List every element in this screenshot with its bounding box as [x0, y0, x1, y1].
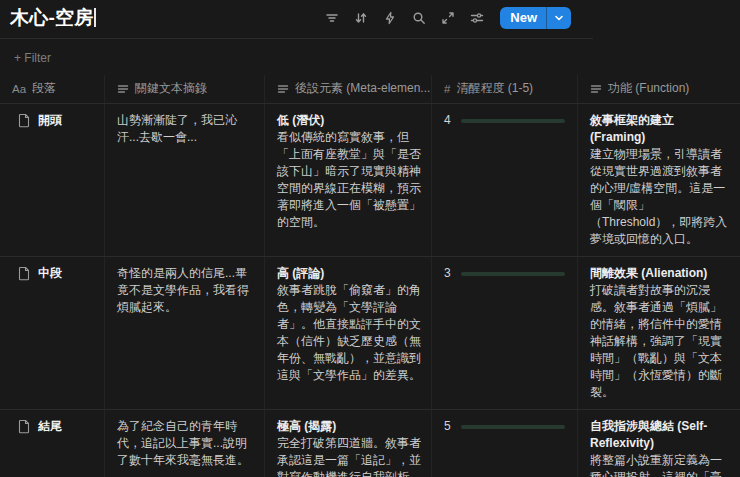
clarity-value: 3: [444, 265, 451, 282]
cell-text: 山勢漸漸陡了，我已沁汗...去歇一會...: [117, 113, 237, 144]
function-body: 建立物理場景，引導讀者從現實世界過渡到敘事者的心理/虛構空間。這是一個「閾限」（…: [590, 147, 727, 246]
title-property-icon: Aa: [12, 83, 26, 95]
cell-meta-element[interactable]: 高 (評論) 敘事者跳脫「偷窺者」的角色，轉變為「文學評論者」。他直接點評手中的…: [265, 257, 432, 409]
cell-excerpt[interactable]: 奇怪的是兩人的信尾...畢竟不是文學作品，我看得煩膩起來。: [105, 257, 265, 409]
table-row: 結尾 為了紀念自己的青年時代，追記以上事實...說明了數十年來我毫無長進。 極高…: [0, 410, 740, 477]
text-cursor: [94, 8, 96, 27]
notion-database-page: 木心-空房 New: [0, 0, 740, 477]
cell-excerpt[interactable]: 為了紀念自己的青年時代，追記以上事實...說明了數十年來我毫無長進。: [105, 410, 265, 477]
column-header-paragraph[interactable]: Aa 段落: [0, 75, 105, 103]
column-header-clarity[interactable]: # 清醒程度 (1-5): [432, 75, 578, 103]
number-property-icon: #: [444, 83, 450, 95]
row-title[interactable]: 結尾: [38, 418, 62, 477]
page-icon: [17, 113, 31, 128]
new-button[interactable]: New: [500, 7, 571, 29]
new-button-label[interactable]: New: [500, 7, 546, 29]
cell-excerpt[interactable]: 山勢漸漸陡了，我已沁汗...去歇一會...: [105, 104, 265, 256]
page-title[interactable]: 木心-空房: [10, 5, 96, 31]
new-dropdown-button[interactable]: [547, 7, 571, 29]
cell-paragraph[interactable]: 開頭: [0, 104, 105, 256]
clarity-value: 5: [444, 418, 451, 435]
column-label: 清醒程度 (1-5): [456, 80, 533, 97]
lightning-icon[interactable]: [379, 7, 401, 29]
column-header-function[interactable]: 功能 (Function): [578, 75, 740, 103]
meta-body: 看似傳統的寫實敘事，但「上面有座教堂」與「是否該下山」暗示了現實與精神空間的界線…: [277, 130, 421, 229]
search-icon[interactable]: [408, 7, 430, 29]
function-title: 間離效果 (Alienation): [590, 265, 731, 282]
add-filter-label[interactable]: + Filter: [14, 51, 51, 65]
function-title: 敘事框架的建立 (Framing): [590, 112, 731, 146]
cell-paragraph[interactable]: 中段: [0, 257, 105, 409]
cell-paragraph[interactable]: 結尾: [0, 410, 105, 477]
clarity-progress-bar: [461, 425, 565, 429]
clarity-progress-bar: [461, 119, 565, 123]
meta-level: 高 (評論): [277, 265, 422, 282]
cell-meta-element[interactable]: 極高 (揭露) 完全打破第四道牆。敘事者承認這是一篇「追記」，並對寫作動機進行自…: [265, 410, 432, 477]
text-lines-icon: [590, 83, 602, 95]
expand-icon[interactable]: [437, 7, 459, 29]
meta-body: 敘事者跳脫「偷窺者」的角色，轉變為「文學評論者」。他直接點評手中的文本（信件）缺…: [277, 283, 421, 382]
column-header-excerpt[interactable]: 關鍵文本摘錄: [105, 75, 265, 103]
row-title[interactable]: 開頭: [38, 112, 62, 248]
view-settings-sliders-icon[interactable]: [466, 7, 488, 29]
column-label: 關鍵文本摘錄: [135, 80, 207, 97]
meta-level: 低 (潛伏): [277, 112, 422, 129]
page-icon: [17, 419, 31, 434]
page-title-text[interactable]: 木心-空房: [10, 7, 93, 28]
cell-text: 為了紀念自己的青年時代，追記以上事實...說明了數十年來我毫無長進。: [117, 419, 249, 467]
table-row: 中段 奇怪的是兩人的信尾...畢竟不是文學作品，我看得煩膩起來。 高 (評論) …: [0, 257, 740, 410]
column-header-meta-element[interactable]: 後設元素 (Meta-elemen...: [265, 75, 432, 103]
function-title: 自我指涉與總結 (Self-Reflexivity): [590, 418, 731, 452]
cell-clarity[interactable]: 3: [432, 257, 578, 409]
function-body: 將整篇小說重新定義為一種心理投射。這裡的「毫無長進」不僅是自嘲，更暗示了《空房》…: [590, 453, 722, 477]
row-title[interactable]: 中段: [38, 265, 62, 401]
chevron-down-icon: [554, 13, 564, 23]
filter-icon[interactable]: [321, 7, 343, 29]
cell-function[interactable]: 敘事框架的建立 (Framing) 建立物理場景，引導讀者從現實世界過渡到敘事者…: [578, 104, 740, 256]
clarity-value: 4: [444, 112, 451, 129]
cell-clarity[interactable]: 4: [432, 104, 578, 256]
function-body: 打破讀者對故事的沉浸感。敘事者通過「煩膩」的情緒，將信件中的愛情神話解構，強調了…: [590, 283, 722, 399]
clarity-progress-bar: [461, 272, 565, 276]
add-filter-button[interactable]: + Filter: [0, 39, 740, 75]
cell-meta-element[interactable]: 低 (潛伏) 看似傳統的寫實敘事，但「上面有座教堂」與「是否該下山」暗示了現實與…: [265, 104, 432, 256]
page-icon: [17, 266, 31, 281]
meta-level: 極高 (揭露): [277, 418, 422, 435]
column-label: 段落: [32, 80, 56, 97]
sort-icon[interactable]: [350, 7, 372, 29]
table-row: 開頭 山勢漸漸陡了，我已沁汗...去歇一會... 低 (潛伏) 看似傳統的寫實敘…: [0, 104, 740, 257]
column-label: 後設元素 (Meta-elemen...: [295, 80, 430, 97]
cell-function[interactable]: 自我指涉與總結 (Self-Reflexivity) 將整篇小說重新定義為一種心…: [578, 410, 740, 477]
header: 木心-空房 New: [0, 0, 593, 39]
cell-text: 奇怪的是兩人的信尾...畢竟不是文學作品，我看得煩膩起來。: [117, 266, 249, 314]
text-lines-icon: [277, 83, 289, 95]
cell-clarity[interactable]: 5: [432, 410, 578, 477]
view-toolbar: New: [321, 7, 571, 29]
cell-function[interactable]: 間離效果 (Alienation) 打破讀者對故事的沉浸感。敘事者通過「煩膩」的…: [578, 257, 740, 409]
meta-body: 完全打破第四道牆。敘事者承認這是一篇「追記」，並對寫作動機進行自我剖析。故事的真…: [277, 436, 421, 477]
text-lines-icon: [117, 83, 129, 95]
table-header-row: Aa 段落 關鍵文本摘錄 後設元素 (Meta-elemen... # 清醒程度…: [0, 75, 740, 104]
column-label: 功能 (Function): [608, 80, 689, 97]
